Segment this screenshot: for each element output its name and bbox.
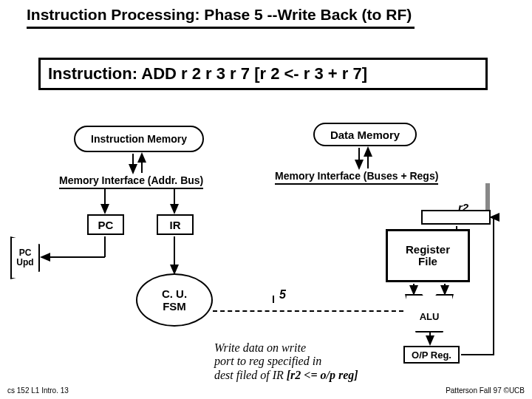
- footer-right: Patterson Fall 97 ©UCB: [446, 386, 525, 395]
- footer-left: cs 152 L1 Intro. 13: [7, 386, 69, 395]
- arrow-icon: [0, 0, 532, 399]
